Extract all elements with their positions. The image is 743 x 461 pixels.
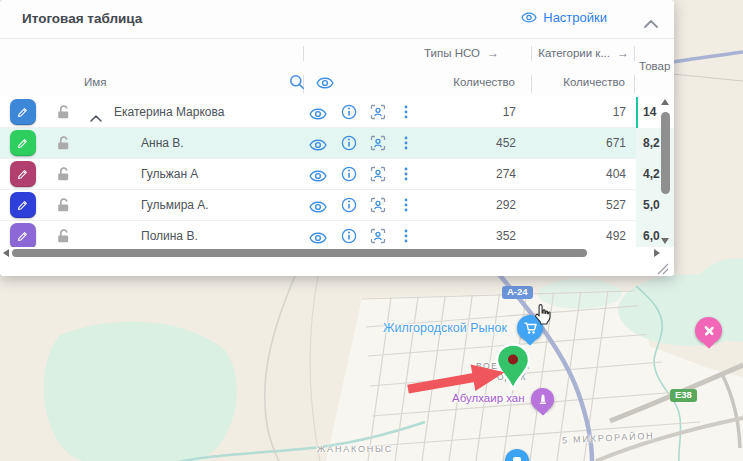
more-menu-icon[interactable] xyxy=(404,198,408,216)
collapse-row-icon[interactable] xyxy=(90,108,102,126)
arrow-right-icon: → xyxy=(487,46,499,60)
info-icon[interactable] xyxy=(341,197,357,217)
panel-titlebar: Итоговая таблица Настройки xyxy=(0,0,674,39)
tools-icon xyxy=(702,324,716,338)
vertical-scroll-thumb[interactable] xyxy=(661,112,670,194)
column-header-tovar[interactable]: Товар xyxy=(639,60,670,72)
eye-icon[interactable] xyxy=(309,137,327,155)
quantity-value: 452 xyxy=(416,128,516,158)
row-name: Екатерина Маркова xyxy=(114,97,224,127)
column-header-quantity-2[interactable]: Количество xyxy=(563,76,625,88)
road-shield-e38: Е38 xyxy=(670,389,697,402)
lock-open-icon[interactable] xyxy=(55,104,71,124)
quantity-value: 17 xyxy=(536,97,626,127)
summary-table-panel: Итоговая таблица Настройки Типы НСО → Ка… xyxy=(0,0,674,276)
more-menu-icon[interactable] xyxy=(404,229,408,247)
scan-icon[interactable] xyxy=(370,104,386,124)
pencil-icon xyxy=(16,167,30,181)
column-header-name[interactable]: Имя xyxy=(84,76,106,88)
lock-open-icon[interactable] xyxy=(55,135,71,155)
pencil-icon xyxy=(16,136,30,150)
info-icon[interactable] xyxy=(341,104,357,124)
edit-button[interactable] xyxy=(10,130,36,156)
edit-button[interactable] xyxy=(10,192,36,218)
eye-icon xyxy=(521,12,537,23)
quantity-value: 17 xyxy=(416,97,516,127)
quantity-value: 274 xyxy=(416,159,516,189)
quantity-value: 292 xyxy=(416,190,516,220)
panel-footer xyxy=(0,259,674,276)
search-icon[interactable] xyxy=(289,74,305,92)
info-icon[interactable] xyxy=(341,166,357,186)
monument-poi-marker[interactable] xyxy=(531,388,554,411)
table-row[interactable]: Анна В. 452 671 8,2 xyxy=(0,128,674,159)
edit-button[interactable] xyxy=(10,161,36,187)
services-poi-marker[interactable] xyxy=(695,317,722,344)
eye-icon[interactable] xyxy=(309,168,327,186)
horizontal-scroll-thumb[interactable] xyxy=(12,249,587,257)
column-group-categories[interactable]: Категории к... → xyxy=(538,46,629,60)
row-name: Анна В. xyxy=(141,128,184,158)
row-name: Гульмира А. xyxy=(141,190,209,220)
pencil-icon xyxy=(16,229,30,243)
more-menu-icon[interactable] xyxy=(404,105,408,123)
more-menu-icon[interactable] xyxy=(404,167,408,185)
settings-button[interactable]: Настройки xyxy=(521,10,607,25)
quantity-value: 671 xyxy=(536,128,626,158)
scroll-down-arrow[interactable] xyxy=(661,238,669,244)
column-header-quantity-1[interactable]: Количество xyxy=(453,76,515,88)
scan-icon[interactable] xyxy=(370,135,386,155)
vertical-scrollbar[interactable] xyxy=(660,98,671,246)
table-body: Екатерина Маркова 17 17 14 Анна В. xyxy=(0,97,674,252)
info-icon[interactable] xyxy=(341,228,357,248)
map-label-zhanakonys: ЖАНАКОНЫС xyxy=(317,444,393,454)
table-row[interactable]: Гульмира А. 292 527 5,0 xyxy=(0,190,674,221)
lock-open-icon[interactable] xyxy=(55,166,71,186)
table-header: Типы НСО → Категории к... → Товар Имя Ко… xyxy=(0,39,674,98)
poi-glyph-icon xyxy=(512,456,522,461)
eye-icon[interactable] xyxy=(309,230,327,248)
annotation-arrow xyxy=(403,356,511,402)
collapse-panel-icon[interactable] xyxy=(644,14,658,32)
resize-handle-icon[interactable] xyxy=(655,261,669,276)
pencil-icon xyxy=(16,105,30,119)
road-shield-a24: А-24 xyxy=(502,286,533,299)
scan-icon[interactable] xyxy=(370,197,386,217)
scan-icon[interactable] xyxy=(370,228,386,248)
edit-button[interactable] xyxy=(10,223,36,249)
table-row[interactable]: Екатерина Маркова 17 17 14 xyxy=(0,97,674,128)
cursor-pointer-icon xyxy=(532,303,554,327)
table-row[interactable]: Гульжан А 274 404 4,2 xyxy=(0,159,674,190)
lock-open-icon[interactable] xyxy=(55,228,71,248)
more-menu-icon[interactable] xyxy=(404,136,408,154)
panel-title: Итоговая таблица xyxy=(22,11,142,26)
map-label-market: Жилгородской Рынок xyxy=(383,321,507,335)
settings-label: Настройки xyxy=(543,10,607,25)
column-group-nso-types[interactable]: Типы НСО → xyxy=(424,46,499,60)
quantity-value: 404 xyxy=(536,159,626,189)
eye-icon[interactable] xyxy=(309,106,327,124)
monument-icon xyxy=(537,393,549,406)
arrow-right-icon: → xyxy=(617,46,629,60)
quantity-value: 527 xyxy=(536,190,626,220)
row-name: Гульжан А xyxy=(141,159,198,189)
scroll-left-arrow[interactable] xyxy=(3,249,9,257)
lock-open-icon[interactable] xyxy=(55,197,71,217)
edit-button[interactable] xyxy=(10,99,36,125)
pencil-icon xyxy=(16,198,30,212)
scan-icon[interactable] xyxy=(370,166,386,186)
info-icon[interactable] xyxy=(341,135,357,155)
scroll-up-arrow[interactable] xyxy=(661,99,669,105)
eye-column-icon[interactable] xyxy=(316,77,334,91)
eye-icon[interactable] xyxy=(309,199,327,217)
scroll-right-arrow[interactable] xyxy=(654,249,660,257)
app-screen: Жилгородской Рынок ВОЕННЫЙ ГОРОДОК Абулх… xyxy=(0,0,743,461)
